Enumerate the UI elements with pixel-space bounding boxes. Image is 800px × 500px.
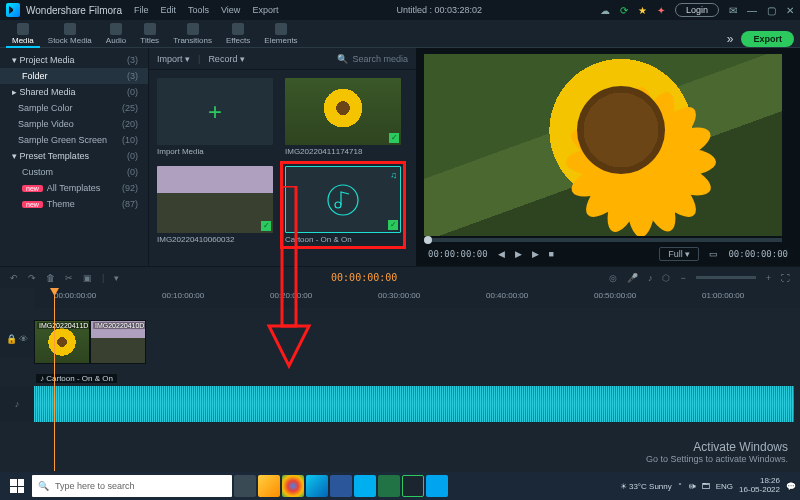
menu-tools[interactable]: Tools	[188, 5, 209, 15]
tray-chevron-icon[interactable]: ˄	[678, 482, 682, 491]
sidebar-item-sample-green-screen[interactable]: Sample Green Screen(10)	[0, 132, 148, 148]
timeline-clip-1[interactable]: IMG20220411D	[34, 320, 90, 364]
tab-audio[interactable]: Audio	[100, 21, 132, 47]
taskbar-app-filmora[interactable]	[402, 475, 424, 497]
tab-elements[interactable]: Elements	[258, 21, 303, 47]
mic-button[interactable]: 🎤	[627, 273, 638, 283]
media-thumb-img2[interactable]: ✓ IMG20220410060032	[157, 166, 273, 244]
tab-media[interactable]: Media	[6, 21, 40, 47]
zoom-in-button[interactable]: +	[766, 273, 771, 283]
audio-clip-label: ♪ Cartoon - On & On	[36, 374, 117, 383]
check-icon: ✓	[261, 221, 271, 231]
zoom-slider[interactable]	[696, 276, 756, 279]
sidebar-item-theme[interactable]: newTheme(87)	[0, 196, 148, 212]
preview-scrubber[interactable]	[424, 238, 782, 242]
audio-track[interactable]: ♪ Cartoon - On & On	[34, 386, 800, 422]
taskbar-app-skype[interactable]	[354, 475, 376, 497]
playhead[interactable]	[54, 288, 55, 471]
menu-edit[interactable]: Edit	[160, 5, 176, 15]
media-thumb-audio[interactable]: ♫ ✓ Cartoon - On & On	[285, 166, 401, 244]
prev-frame-button[interactable]: ◀	[498, 249, 505, 259]
svg-point-1	[335, 202, 341, 208]
sidebar-item-project-media[interactable]: ▾ Project Media(3)	[0, 52, 148, 68]
more-tabs-icon[interactable]: »	[727, 32, 734, 46]
delete-button[interactable]: 🗑	[46, 273, 55, 283]
audio-track-head[interactable]: ♪	[0, 386, 34, 422]
tab-titles[interactable]: Titles	[134, 21, 165, 47]
taskbar-app-word[interactable]	[330, 475, 352, 497]
taskbar-search[interactable]: 🔍Type here to search	[32, 475, 232, 497]
project-sidebar: ▾ Project Media(3) Folder(3) ▸ Shared Me…	[0, 48, 148, 266]
sidebar-item-custom[interactable]: Custom(0)	[0, 164, 148, 180]
taskbar-app-excel[interactable]	[378, 475, 400, 497]
tray-network-icon[interactable]: 🕪	[688, 482, 696, 491]
redo-button[interactable]: ↷	[28, 273, 36, 283]
edit-dropdown[interactable]: ▾	[114, 273, 119, 283]
play-button[interactable]: ▶	[515, 249, 522, 259]
sidebar-item-shared-media[interactable]: ▸ Shared Media(0)	[0, 84, 148, 100]
preview-canvas[interactable]	[424, 54, 782, 236]
zoom-fit-button[interactable]: ⛶	[781, 273, 790, 283]
crop-button[interactable]: ▣	[83, 273, 92, 283]
quality-select[interactable]: Full ▾	[659, 247, 699, 261]
preview-duration: 00:00:00:00	[728, 249, 788, 259]
export-button[interactable]: Export	[741, 31, 794, 47]
preview-timecode: 00:00:00:00	[428, 249, 488, 259]
render-button[interactable]: ⬡	[662, 273, 670, 283]
tab-stock-media[interactable]: Stock Media	[42, 21, 98, 47]
search-icon: 🔍	[38, 481, 49, 491]
sidebar-item-preset-templates[interactable]: ▾ Preset Templates(0)	[0, 148, 148, 164]
tab-transitions[interactable]: Transitions	[167, 21, 218, 47]
cloud-icon[interactable]: ☁	[600, 5, 610, 16]
video-track[interactable]: IMG20220411D IMG20220410D	[34, 320, 800, 364]
split-button[interactable]: ✂	[65, 273, 73, 283]
snapshot-button[interactable]: ▭	[709, 249, 718, 259]
weather-widget[interactable]: ☀ 33°C Sunny	[620, 482, 672, 491]
gift-icon[interactable]: ✦	[657, 5, 665, 16]
task-view-icon[interactable]	[234, 475, 256, 497]
import-dropdown[interactable]: Import ▾	[157, 54, 190, 64]
mixer-button[interactable]: ♪	[648, 273, 653, 283]
timeline-ruler[interactable]: 00:00:00:00 00:10:00:00 00:20:00:00 00:3…	[34, 288, 800, 308]
tab-effects[interactable]: Effects	[220, 21, 256, 47]
help-icon[interactable]: ★	[638, 5, 647, 16]
media-thumb-img1[interactable]: ✓ IMG20220411174718	[285, 78, 401, 156]
check-icon: ✓	[389, 133, 399, 143]
check-icon: ✓	[388, 220, 398, 230]
zoom-out-button[interactable]: −	[680, 273, 685, 283]
tray-battery-icon[interactable]: 🗔	[702, 482, 710, 491]
sidebar-item-all-templates[interactable]: newAll Templates(92)	[0, 180, 148, 196]
notifications-icon[interactable]: 💬	[786, 482, 796, 491]
timeline-clip-2[interactable]: IMG20220410D	[90, 320, 146, 364]
record-dropdown[interactable]: Record ▾	[208, 54, 245, 64]
menu-export[interactable]: Export	[252, 5, 278, 15]
menu-view[interactable]: View	[221, 5, 240, 15]
maximize-button[interactable]: ▢	[767, 5, 776, 16]
timeline-audio-clip[interactable]	[34, 386, 794, 422]
menu-file[interactable]: File	[134, 5, 149, 15]
sidebar-item-sample-color[interactable]: Sample Color(25)	[0, 100, 148, 116]
undo-button[interactable]: ↶	[10, 273, 18, 283]
marker-button[interactable]: ◎	[609, 273, 617, 283]
close-button[interactable]: ✕	[786, 5, 794, 16]
video-track-head[interactable]: 🔒 👁	[0, 320, 34, 358]
taskbar-app-generic[interactable]	[426, 475, 448, 497]
messages-icon[interactable]: ✉	[729, 5, 737, 16]
sidebar-item-folder[interactable]: Folder(3)	[0, 68, 148, 84]
sync-icon[interactable]: ⟳	[620, 5, 628, 16]
stop-button[interactable]: ■	[549, 249, 554, 259]
tray-language[interactable]: ENG	[716, 482, 733, 491]
taskbar-app-explorer[interactable]	[258, 475, 280, 497]
import-media-tile[interactable]: + Import Media	[157, 78, 273, 156]
taskbar-app-chrome[interactable]	[282, 475, 304, 497]
search-input[interactable]: Search media	[352, 54, 408, 64]
next-frame-button[interactable]: ▶	[532, 249, 539, 259]
sidebar-item-sample-video[interactable]: Sample Video(20)	[0, 116, 148, 132]
login-button[interactable]: Login	[675, 3, 719, 17]
taskbar-app-edge[interactable]	[306, 475, 328, 497]
tray-clock[interactable]: 18:2616-05-2022	[739, 477, 780, 495]
app-name: Wondershare Filmora	[26, 5, 122, 16]
start-button[interactable]	[4, 475, 30, 497]
minimize-button[interactable]: —	[747, 5, 757, 16]
activate-windows-watermark: Activate Windows Go to Settings to activ…	[646, 440, 788, 464]
